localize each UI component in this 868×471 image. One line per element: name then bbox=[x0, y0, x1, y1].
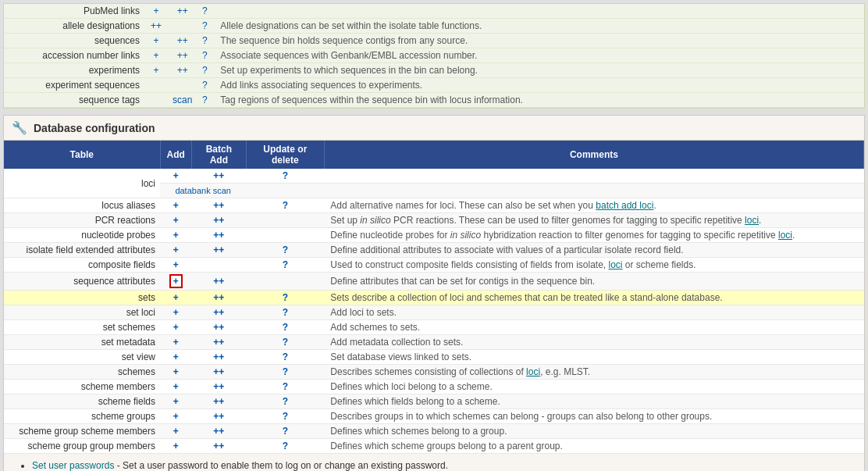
row-batch[interactable]: ++ bbox=[168, 63, 197, 78]
row-update[interactable]: ? bbox=[246, 409, 324, 424]
row-add[interactable]: + bbox=[160, 320, 191, 335]
row-comment: Define nucleotide probes for in silico h… bbox=[324, 228, 863, 243]
row-update[interactable]: ? bbox=[246, 365, 324, 380]
row-batch[interactable]: ++ bbox=[191, 291, 246, 305]
row-name: accession number links bbox=[4, 48, 144, 63]
row-update[interactable]: ? bbox=[246, 424, 324, 439]
row-update[interactable]: ? bbox=[197, 63, 212, 78]
row-batch[interactable]: ++ bbox=[191, 243, 246, 258]
row-batch[interactable]: ++ bbox=[191, 169, 246, 184]
row-update[interactable]: ? bbox=[197, 78, 212, 93]
table-row: composite fields+?Used to construct comp… bbox=[4, 258, 864, 273]
table-row: scheme members+++?Defines which loci bel… bbox=[4, 380, 864, 394]
row-update[interactable]: ? bbox=[246, 350, 324, 365]
row-add[interactable]: + bbox=[160, 305, 191, 320]
row-comment: Define attributes that can be set for co… bbox=[324, 273, 863, 291]
row-name: PCR reactions bbox=[4, 213, 160, 228]
row-comment: Describes groups in to which schemes can… bbox=[324, 409, 863, 424]
table-row: scheme groups+++?Describes groups in to … bbox=[4, 409, 864, 424]
row-comment: Add alternative names for loci. These ca… bbox=[324, 198, 863, 213]
row-add[interactable]: + bbox=[144, 4, 168, 19]
row-add[interactable]: + bbox=[144, 63, 168, 78]
row-batch[interactable]: ++ bbox=[191, 409, 246, 424]
row-update[interactable]: ? bbox=[246, 335, 324, 350]
row-batch[interactable]: ++ bbox=[191, 213, 246, 228]
row-update[interactable]: ? bbox=[197, 34, 212, 48]
row-comment: Add loci to sets. bbox=[324, 305, 863, 320]
row-batch[interactable]: ++ bbox=[191, 365, 246, 380]
row-add[interactable]: ++ bbox=[144, 19, 168, 34]
row-update[interactable]: ? bbox=[197, 19, 212, 34]
row-update[interactable]: ? bbox=[197, 48, 212, 63]
row-comment: Associate sequences with Genbank/EMBL ac… bbox=[212, 48, 864, 63]
databank-scan-cell[interactable]: databank scan bbox=[160, 184, 246, 198]
row-update[interactable]: ? bbox=[246, 380, 324, 394]
row-update[interactable]: ? bbox=[246, 320, 324, 335]
row-batch[interactable]: ++ bbox=[191, 320, 246, 335]
row-add[interactable]: + bbox=[160, 169, 191, 184]
row-name: sequence tags bbox=[4, 93, 144, 108]
row-update[interactable]: ? bbox=[246, 291, 324, 305]
table-row: experiment sequences?Add links associati… bbox=[4, 78, 864, 93]
row-add[interactable]: + bbox=[160, 394, 191, 409]
table-row: allele designations++?Allele designation… bbox=[4, 19, 864, 34]
row-add[interactable]: + bbox=[144, 34, 168, 48]
row-batch[interactable]: ++ bbox=[168, 34, 197, 48]
row-name: set schemes bbox=[4, 320, 160, 335]
row-name: set view bbox=[4, 350, 160, 365]
row-update[interactable]: ? bbox=[246, 198, 324, 213]
row-add[interactable]: + bbox=[160, 365, 191, 380]
row-name: composite fields bbox=[4, 258, 160, 273]
empty-cell bbox=[246, 184, 324, 198]
section-title: Database configuration bbox=[34, 122, 155, 134]
row-update[interactable]: ? bbox=[246, 305, 324, 320]
row-batch[interactable]: ++ bbox=[191, 228, 246, 243]
row-add[interactable]: + bbox=[160, 335, 191, 350]
table-row: locus aliases+++?Add alternative names f… bbox=[4, 198, 864, 213]
row-batch[interactable]: ++ bbox=[191, 335, 246, 350]
row-update[interactable]: ? bbox=[197, 4, 212, 19]
row-batch[interactable]: ++ bbox=[191, 380, 246, 394]
row-batch[interactable]: ++ bbox=[191, 424, 246, 439]
row-add[interactable]: + bbox=[160, 273, 191, 291]
table-row: scheme group group members+++?Defines wh… bbox=[4, 439, 864, 454]
row-add[interactable]: + bbox=[160, 424, 191, 439]
row-batch[interactable]: ++ bbox=[191, 305, 246, 320]
row-batch[interactable]: ++ bbox=[168, 48, 197, 63]
row-update[interactable]: ? bbox=[246, 169, 324, 184]
row-add[interactable]: + bbox=[160, 258, 191, 273]
row-batch[interactable]: ++ bbox=[191, 273, 246, 291]
row-add[interactable]: + bbox=[160, 409, 191, 424]
table-row: sequences+++?The sequence bin holds sequ… bbox=[4, 34, 864, 48]
row-batch[interactable]: ++ bbox=[191, 394, 246, 409]
row-name: isolate field extended attributes bbox=[4, 243, 160, 258]
row-add[interactable]: + bbox=[160, 228, 191, 243]
row-comment bbox=[212, 4, 864, 19]
row-batch[interactable]: ++ bbox=[191, 350, 246, 365]
row-add[interactable]: + bbox=[160, 198, 191, 213]
row-comment: Describes schemes consisting of collecti… bbox=[324, 365, 863, 380]
header-update-delete: Update or delete bbox=[246, 141, 324, 169]
row-update[interactable]: ? bbox=[246, 394, 324, 409]
bullet-link[interactable]: Set user passwords bbox=[32, 460, 114, 471]
row-add[interactable]: + bbox=[144, 48, 168, 63]
row-batch[interactable]: ++ bbox=[191, 439, 246, 454]
row-add[interactable]: + bbox=[160, 213, 191, 228]
row-add[interactable]: + bbox=[160, 243, 191, 258]
row-update[interactable]: ? bbox=[246, 258, 324, 273]
row-add[interactable]: + bbox=[160, 350, 191, 365]
row-batch bbox=[168, 19, 197, 34]
row-batch[interactable]: ++ bbox=[168, 4, 197, 19]
row-update[interactable]: ? bbox=[246, 243, 324, 258]
row-name: PubMed links bbox=[4, 4, 144, 19]
row-add[interactable]: + bbox=[160, 291, 191, 305]
row-name: scheme group group members bbox=[4, 439, 160, 454]
row-update[interactable]: ? bbox=[246, 439, 324, 454]
row-batch[interactable]: ++ bbox=[191, 198, 246, 213]
row-add[interactable]: + bbox=[160, 380, 191, 394]
table-row: set view+++?Set database views linked to… bbox=[4, 350, 864, 365]
row-add[interactable]: + bbox=[160, 439, 191, 454]
row-comment: Allele designations can be set within th… bbox=[212, 19, 864, 34]
row-batch[interactable]: scan bbox=[168, 93, 197, 108]
row-update[interactable]: ? bbox=[197, 93, 212, 108]
